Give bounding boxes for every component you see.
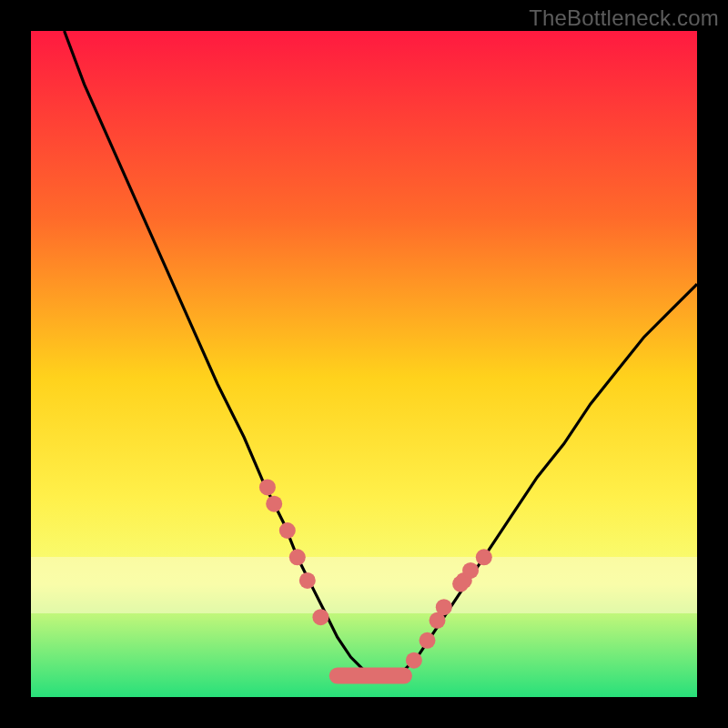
curve-marker xyxy=(312,609,329,625)
plot-area xyxy=(31,31,697,697)
watermark-text: TheBottleneck.com xyxy=(529,5,719,31)
pale-low-band xyxy=(31,557,697,613)
curve-marker xyxy=(259,479,276,495)
chart-svg xyxy=(31,31,697,697)
flat-marker-cluster xyxy=(329,668,412,684)
curve-marker xyxy=(406,652,422,669)
outer-frame: TheBottleneck.com xyxy=(0,0,728,728)
curve-marker xyxy=(462,562,479,579)
curve-marker xyxy=(266,496,282,512)
curve-marker xyxy=(299,572,316,589)
curve-marker xyxy=(289,549,306,565)
curve-marker xyxy=(279,522,296,539)
curve-marker xyxy=(420,632,436,649)
curve-marker xyxy=(436,599,452,615)
curve-marker xyxy=(476,549,492,565)
